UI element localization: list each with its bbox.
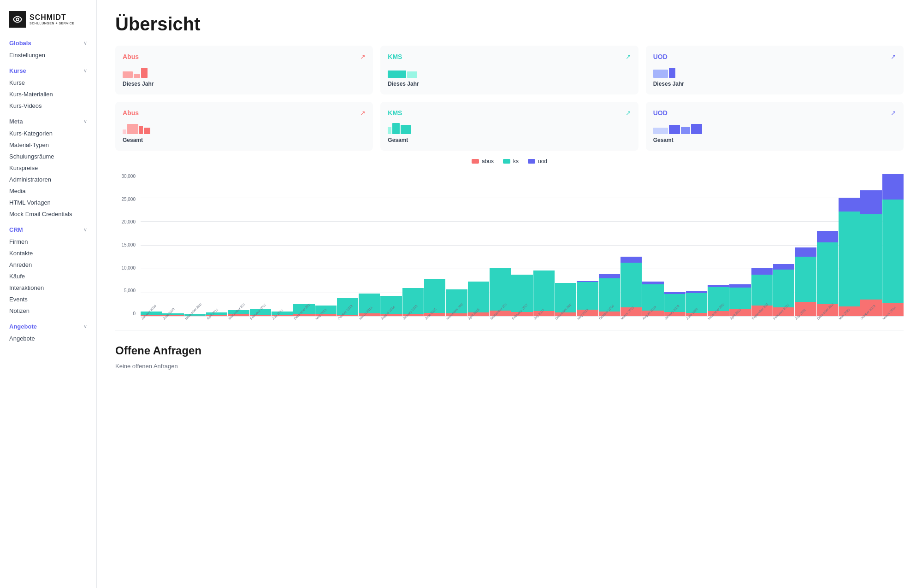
mini-bar xyxy=(144,128,150,134)
bar-group xyxy=(686,174,707,316)
legend-item: abus xyxy=(472,158,494,165)
chevron-down-icon-crm: ∨ xyxy=(83,227,87,233)
mini-bar xyxy=(139,126,143,134)
bar-group xyxy=(511,174,532,316)
legend-dot xyxy=(472,159,479,164)
sidebar-item-html-vorlagen[interactable]: HTML Vorlagen xyxy=(0,197,96,208)
bar-group xyxy=(533,174,555,316)
sidebar-item-kurspreise[interactable]: Kurspreise xyxy=(0,162,96,174)
legend-label: ks xyxy=(513,158,519,165)
mini-bar xyxy=(691,124,702,134)
card-header: KMS↗ xyxy=(388,53,631,60)
card-header: Abus↗ xyxy=(123,53,366,60)
y-axis-label: 15,000 xyxy=(115,242,138,247)
sidebar-group-angebote[interactable]: Angebote ∨ xyxy=(0,320,96,333)
chart-area xyxy=(141,174,904,316)
sidebar-item-mock-email-credentials[interactable]: Mock Email Credentials xyxy=(0,208,96,220)
bar-ks xyxy=(860,214,881,300)
bar-group xyxy=(293,174,314,316)
sidebar-item-notizen[interactable]: Notizen xyxy=(0,305,96,317)
summary-card: UOD↗Dieses Jahr xyxy=(646,46,904,94)
sidebar-item-angebote[interactable]: Angebote xyxy=(0,333,96,344)
sidebar-item-administratoren[interactable]: Administratoren xyxy=(0,174,96,185)
sidebar-item-media[interactable]: Media xyxy=(0,185,96,197)
bar-uod xyxy=(773,264,794,270)
mini-bar-container xyxy=(388,120,631,134)
sidebar-item-einstellungen[interactable]: Einstellungen xyxy=(0,49,96,61)
trend-icon: ↗ xyxy=(626,53,631,60)
bar-group xyxy=(773,174,794,316)
card-label: Gesamt xyxy=(653,137,896,143)
bar-group xyxy=(446,174,467,316)
bar-uod xyxy=(751,268,773,275)
mini-bar xyxy=(134,74,140,78)
main-content: Übersicht Abus↗Dieses JahrKMS↗Dieses Jah… xyxy=(97,0,922,588)
sidebar-section-kurse: Kurse ∨ Kurse Kurs-Materialien Kurs-Vide… xyxy=(0,65,96,112)
summary-card: KMS↗Gesamt xyxy=(380,102,638,151)
bar-uod xyxy=(729,284,751,288)
bar-group xyxy=(729,174,751,316)
sidebar-item-anreden[interactable]: Anreden xyxy=(0,259,96,270)
offene-anfragen-empty: Keine offenen Anfragen xyxy=(115,363,904,370)
mini-bar xyxy=(388,127,391,134)
card-label: Gesamt xyxy=(388,137,631,143)
sidebar-item-interaktionen[interactable]: Interaktionen xyxy=(0,282,96,294)
bar-uod xyxy=(860,190,881,214)
chevron-down-icon: ∨ xyxy=(83,40,87,46)
chevron-down-icon-angebote: ∨ xyxy=(83,323,87,329)
legend-item: uod xyxy=(528,158,547,165)
bar-uod xyxy=(817,231,838,243)
bar-group xyxy=(599,174,620,316)
sidebar-item-kurs-materialien[interactable]: Kurs-Materialien xyxy=(0,88,96,100)
mini-bar-container xyxy=(653,64,896,78)
sidebar-item-kontakte[interactable]: Kontakte xyxy=(0,247,96,259)
sidebar-group-meta[interactable]: Meta ∨ xyxy=(0,115,96,128)
bar-group xyxy=(468,174,489,316)
sidebar-item-kurs-videos[interactable]: Kurs-Videos xyxy=(0,100,96,112)
mini-bar-container xyxy=(653,120,896,134)
y-axis-label: 0 xyxy=(115,311,138,316)
bar-group xyxy=(555,174,576,316)
bar-ks xyxy=(795,257,816,302)
sidebar-group-crm[interactable]: CRM ∨ xyxy=(0,223,96,236)
sidebar-item-firmen[interactable]: Firmen xyxy=(0,236,96,247)
card-header: Abus↗ xyxy=(123,109,366,117)
card-title: UOD xyxy=(653,53,668,60)
sidebar-item-kaufe[interactable]: Käufe xyxy=(0,270,96,282)
card-header: KMS↗ xyxy=(388,109,631,117)
y-axis-label: 5,000 xyxy=(115,288,138,293)
sidebar-item-events[interactable]: Events xyxy=(0,294,96,305)
mini-bar xyxy=(392,123,400,134)
sidebar-item-material-typen[interactable]: Material-Typen xyxy=(0,139,96,151)
trend-icon: ↗ xyxy=(360,109,366,117)
bar-ks xyxy=(817,242,838,304)
mini-bar xyxy=(407,71,417,78)
logo-sub: SCHULUNGEN + SERVICE xyxy=(30,22,75,25)
mini-bar xyxy=(669,68,675,78)
card-header: UOD↗ xyxy=(653,53,896,60)
bar-stack xyxy=(860,190,881,316)
sidebar-group-label-kurse: Kurse xyxy=(9,67,26,74)
sidebar-group-label-angebote: Angebote xyxy=(9,323,37,330)
sidebar-group-kurse[interactable]: Kurse ∨ xyxy=(0,65,96,77)
y-axis: 30,00025,00020,00015,00010,0005,0000 xyxy=(115,174,138,316)
bar-uod xyxy=(839,198,860,212)
summary-card: Abus↗Dieses Jahr xyxy=(115,46,373,94)
sidebar-item-kurs-kategorien[interactable]: Kurs-Kategorien xyxy=(0,128,96,139)
sidebar-item-kurse[interactable]: Kurse xyxy=(0,77,96,88)
bar-ks xyxy=(621,263,642,308)
cards-row-1: Abus↗Dieses JahrKMS↗Dieses JahrUOD↗Diese… xyxy=(115,46,904,94)
mini-bar xyxy=(127,124,138,134)
bar-group xyxy=(708,174,729,316)
mini-bar xyxy=(141,68,148,78)
bar-group xyxy=(839,174,860,316)
bar-ks xyxy=(490,268,511,311)
bar-ks xyxy=(882,200,904,303)
eye-icon xyxy=(12,14,23,24)
mini-bar xyxy=(388,71,406,78)
sidebar-group-globals[interactable]: Globals ∨ xyxy=(0,37,96,49)
sidebar-item-schulungsraume[interactable]: Schulungsräume xyxy=(0,151,96,162)
mini-bar xyxy=(123,129,126,134)
bar-group xyxy=(621,174,642,316)
bar-group xyxy=(577,174,598,316)
